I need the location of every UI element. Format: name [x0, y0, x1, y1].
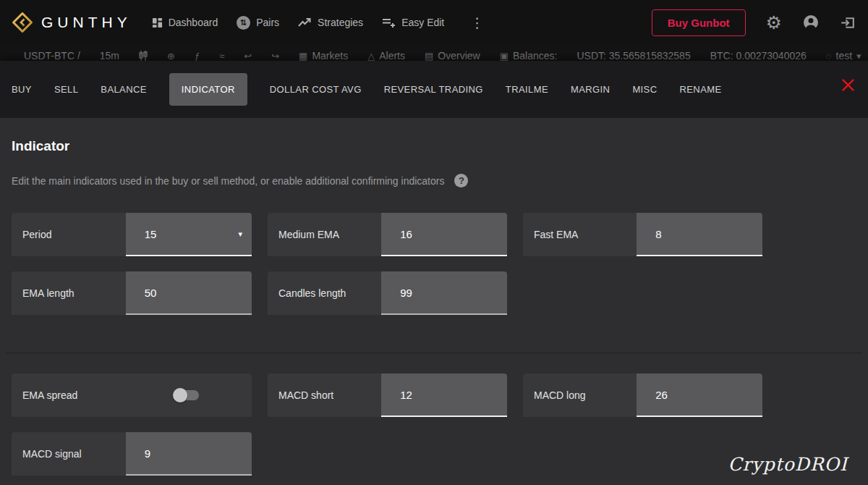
chevron-down-icon: ▾: [856, 51, 861, 61]
ema-length-input[interactable]: 50: [126, 271, 252, 315]
medium-ema-label: Medium EMA: [268, 213, 381, 256]
macd-long-input[interactable]: 26: [637, 374, 762, 417]
list-plus-icon: [382, 17, 396, 28]
pairs-icon: ⇅: [237, 16, 250, 30]
nav-dashboard-label: Dashboard: [169, 17, 218, 28]
preset-selector[interactable]: ◌ test ▾: [826, 51, 861, 61]
macd-short-label: MACD short: [268, 374, 381, 417]
alerts-bell-icon: △: [367, 51, 375, 61]
nav-strategies-label: Strategies: [318, 17, 363, 28]
trending-up-icon: [298, 17, 312, 28]
indicators-fx-icon[interactable]: ƒ: [195, 51, 200, 61]
cryptodroi-watermark: CryptoDROI: [728, 454, 848, 475]
templates-wave-icon[interactable]: ≈: [219, 51, 224, 61]
compare-plus-icon[interactable]: ⊕: [167, 51, 175, 61]
tab-balance[interactable]: BALANCE: [101, 84, 147, 95]
fast-ema-input[interactable]: 8: [637, 213, 762, 256]
field-candles-length: Candles length 99: [268, 271, 507, 315]
markets-button[interactable]: ▦ Markets: [299, 51, 348, 61]
account-icon[interactable]: [802, 14, 820, 31]
usdt-balance: USDT: 35.565815832585: [576, 51, 690, 61]
btc-balance: BTC: 0.00273040026: [710, 51, 807, 61]
pair-selector[interactable]: USDT-BTC /: [24, 51, 80, 61]
panel-description: Edit the main indicators used in the buy…: [12, 174, 856, 187]
nav-easy-edit[interactable]: Easy Edit: [382, 17, 444, 28]
top-app-bar: GUNTHY Dashboard ⇅ Pairs Strategies: [0, 0, 868, 45]
candles-length-input[interactable]: 99: [381, 271, 507, 315]
macd-short-input[interactable]: 12: [381, 374, 507, 417]
alerts-button[interactable]: △ Alerts: [367, 51, 405, 61]
more-options-icon[interactable]: ⋮: [470, 14, 484, 31]
tab-dollar-cost-avg[interactable]: DOLLAR COST AVG: [270, 84, 362, 95]
topbar-right: Buy Gunbot ⚙: [652, 9, 856, 36]
brand-name: GUNTHY: [41, 14, 132, 31]
tab-rename[interactable]: RENAME: [679, 84, 721, 95]
logout-icon[interactable]: [840, 14, 856, 31]
medium-ema-input[interactable]: 16: [381, 213, 507, 256]
fast-ema-label: Fast EMA: [523, 213, 637, 256]
gunthy-diamond-icon: [12, 12, 33, 33]
tab-reversal-trading[interactable]: REVERSAL TRADING: [384, 84, 483, 95]
balances-icon: ▣: [500, 51, 509, 61]
field-period: Period 15 ▾: [12, 213, 252, 256]
strategy-tabs: BUY SELL BALANCE INDICATOR DOLLAR COST A…: [0, 61, 868, 118]
settings-gear-icon[interactable]: ⚙: [766, 14, 782, 32]
ema-length-label: EMA length: [12, 271, 126, 315]
select-caret-icon: ▾: [238, 229, 242, 239]
field-ema-spread: EMA spread: [12, 374, 252, 417]
field-ema-length: EMA length 50: [12, 271, 252, 315]
tab-indicator[interactable]: INDICATOR: [169, 73, 247, 106]
indicator-fields-top: Period 15 ▾ Medium EMA 16 Fast EMA 8 EMA…: [12, 213, 856, 315]
buy-gunbot-button[interactable]: Buy Gunbot: [652, 9, 746, 36]
tab-margin[interactable]: MARGIN: [571, 84, 610, 95]
brand-logo[interactable]: GUNTHY: [12, 12, 132, 33]
nav-dashboard[interactable]: Dashboard: [152, 17, 218, 28]
close-icon[interactable]: [841, 78, 855, 92]
section-divider: [6, 353, 862, 353]
nav-pairs[interactable]: ⇅ Pairs: [237, 16, 279, 30]
timeframe-selector[interactable]: 15m: [100, 51, 119, 61]
overview-button[interactable]: ▤ Overview: [425, 51, 480, 61]
field-macd-signal: MACD signal 9: [12, 432, 252, 476]
field-macd-long: MACD long 26: [523, 374, 762, 417]
cloud-icon: ◌: [826, 51, 832, 61]
chart-toolbar-clipped: USDT-BTC / 15m ⊕ ƒ ≈ ↩ ↪ ▦ Markets △ Ale…: [0, 45, 868, 61]
nav-easy-edit-label: Easy Edit: [401, 17, 444, 28]
candles-length-label: Candles length: [268, 271, 381, 315]
period-label: Period: [12, 213, 126, 256]
dashboard-icon: [152, 17, 163, 28]
ema-spread-label: EMA spread: [12, 374, 126, 417]
period-select[interactable]: 15 ▾: [126, 213, 252, 256]
nav-pairs-label: Pairs: [256, 17, 279, 28]
candles-icon[interactable]: [139, 51, 148, 61]
tab-buy[interactable]: BUY: [12, 84, 32, 95]
macd-signal-label: MACD signal: [12, 432, 126, 476]
ema-spread-toggle[interactable]: [173, 388, 200, 402]
field-medium-ema: Medium EMA 16: [268, 213, 507, 256]
help-icon[interactable]: ?: [454, 174, 468, 187]
tab-trailme[interactable]: TRAILME: [506, 84, 548, 95]
tab-sell[interactable]: SELL: [54, 84, 78, 95]
tab-misc[interactable]: MISC: [632, 84, 657, 95]
overview-icon: ▤: [425, 51, 433, 61]
field-fast-ema: Fast EMA 8: [523, 213, 762, 256]
main-nav: Dashboard ⇅ Pairs Strategies Easy Edit: [152, 14, 485, 31]
page-title: Indicator: [12, 118, 856, 154]
redo-icon[interactable]: ↪: [271, 51, 279, 61]
undo-icon[interactable]: ↩: [244, 51, 252, 61]
macd-long-label: MACD long: [523, 374, 637, 417]
markets-icon: ▦: [299, 51, 307, 61]
macd-signal-input[interactable]: 9: [126, 432, 252, 476]
indicator-panel: Indicator Edit the main indicators used …: [0, 118, 868, 485]
balances-label: ▣ Balances:: [500, 51, 558, 61]
nav-strategies[interactable]: Strategies: [298, 17, 363, 28]
strategy-editor-modal: BUY SELL BALANCE INDICATOR DOLLAR COST A…: [0, 61, 868, 485]
field-macd-short: MACD short 12: [268, 374, 507, 417]
